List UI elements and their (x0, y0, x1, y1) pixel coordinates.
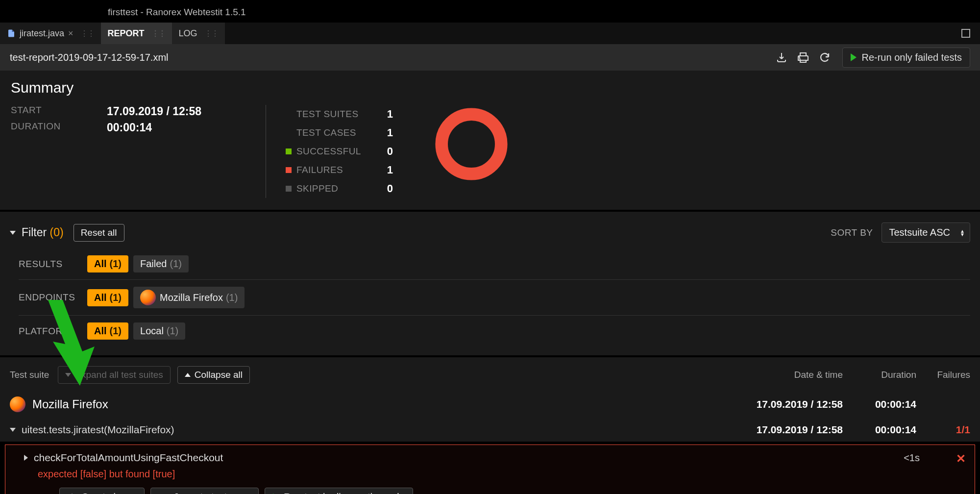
play-icon (851, 53, 857, 61)
tab-report-label: REPORT (108, 28, 145, 39)
stat-skip-label: SKIPPED (296, 183, 380, 194)
tab-log-label: LOG (179, 28, 197, 39)
file-icon (7, 29, 16, 38)
chip-platform-all[interactable]: All(1) (87, 322, 128, 340)
col-duration: Duration (843, 370, 916, 380)
sort-value: Testsuite ASC (889, 227, 950, 238)
stat-fail-label: FAILURES (296, 165, 380, 175)
sort-select[interactable]: Testsuite ASC ▲▼ (882, 222, 970, 243)
test-name: uitest.tests.jiratest(MozillaFirefox) (22, 424, 174, 436)
chip-results-failed[interactable]: Failed(1) (133, 255, 189, 272)
duration-label: DURATION (11, 121, 107, 134)
dot-green-icon (286, 148, 292, 154)
suite-duration: 00:00:14 (843, 398, 916, 410)
close-icon[interactable]: ✕ (956, 452, 966, 466)
firefox-icon (140, 290, 156, 305)
chevron-down-icon[interactable] (10, 428, 16, 432)
start-label: START (11, 105, 107, 118)
drag-handle-icon[interactable]: ⋮⋮ (201, 29, 218, 38)
report-toolbar: test-report-2019-09-17-12-59-17.xml Re-r… (0, 44, 980, 71)
test-suite-label: Test suite (10, 370, 49, 380)
chevron-down-icon[interactable] (10, 231, 16, 235)
case-duration: <1s (904, 452, 920, 464)
suite-name: Mozilla Firefox (32, 397, 108, 411)
chevron-right-icon[interactable] (24, 455, 28, 461)
stat-success-value: 0 (380, 145, 393, 158)
refresh-icon[interactable] (819, 51, 831, 63)
test-duration: 00:00:14 (843, 424, 916, 436)
dot-grey-icon (286, 186, 292, 192)
filter-platform-label: PLATFORM (19, 326, 87, 337)
stat-cases-label: TEST CASES (296, 127, 380, 138)
col-failures: Failures (916, 370, 970, 380)
test-row[interactable]: uitest.tests.jiratest(MozillaFirefox) 17… (0, 418, 980, 442)
tab-log[interactable]: LOG ⋮⋮ (172, 23, 225, 44)
chevron-down-icon (65, 373, 71, 377)
sort-arrows-icon: ▲▼ (960, 229, 965, 236)
download-icon[interactable] (776, 51, 787, 63)
failure-detail: checkForTotalAmountUsingFastCheckout <1s… (5, 445, 975, 494)
stat-suites-label: TEST SUITES (296, 109, 380, 120)
col-datetime: Date & time (725, 370, 843, 380)
test-datetime: 17.09.2019 / 12:58 (725, 424, 843, 436)
tab-file-label: jiratest.java (20, 28, 64, 39)
sort-by-label: SORT BY (831, 227, 873, 238)
tab-report[interactable]: REPORT ⋮⋮ (101, 23, 172, 44)
suite-datetime: 17.09.2019 / 12:58 (725, 398, 843, 410)
chip-endpoints-all[interactable]: All(1) (87, 289, 128, 306)
reset-all-button[interactable]: Reset all (74, 224, 124, 242)
rerun-failed-button[interactable]: Re-run only failed tests (842, 48, 970, 68)
chip-results-all[interactable]: All(1) (87, 255, 128, 272)
drag-handle-icon[interactable]: ⋮⋮ (77, 29, 94, 38)
start-value: 17.09.2019 / 12:58 (107, 105, 201, 118)
maximize-icon[interactable] (961, 29, 970, 38)
failure-message: expected [false] but found [true] (38, 469, 964, 480)
summary-panel: Summary START17.09.2019 / 12:58 DURATION… (0, 71, 980, 210)
test-failures: 1/1 (916, 424, 970, 436)
summary-heading: Summary (11, 79, 969, 96)
suite-row[interactable]: Mozilla Firefox 17.09.2019 / 12:58 00:00… (0, 391, 980, 418)
jump-to-test-button[interactable]: Jump to test case (150, 488, 259, 494)
tabs-bar: jiratest.java × ⋮⋮ REPORT ⋮⋮ LOG ⋮⋮ (0, 23, 980, 44)
filter-endpoints-label: ENDPOINTS (19, 292, 87, 303)
create-issue-button[interactable]: Create issue (59, 488, 145, 494)
sub-arrow-icon (38, 493, 53, 494)
stat-skip-value: 0 (380, 182, 393, 195)
run-diagnostic-button[interactable]: Run test in diagnostic mode (265, 488, 413, 494)
rerun-label: Re-run only failed tests (861, 52, 962, 63)
drag-handle-icon[interactable]: ⋮⋮ (148, 29, 165, 38)
duration-value: 00:00:14 (107, 121, 152, 134)
filter-results-label: RESULTS (19, 259, 87, 270)
firefox-icon (10, 396, 25, 412)
stat-suites-value: 1 (380, 108, 393, 121)
results-donut-chart (432, 105, 511, 183)
print-icon[interactable] (797, 51, 809, 63)
filter-count: (0) (50, 226, 64, 239)
svg-point-0 (441, 114, 501, 174)
filter-title: Filter (22, 226, 47, 239)
dot-red-icon (286, 167, 292, 173)
expand-all-button[interactable]: Expand all test suites (58, 366, 171, 384)
collapse-all-button[interactable]: Collapse all (177, 366, 250, 384)
chip-platform-local[interactable]: Local(1) (133, 322, 185, 340)
chevron-up-icon (185, 373, 191, 377)
close-icon[interactable]: × (68, 28, 74, 39)
suite-header: Test suite Expand all test suites Collap… (0, 357, 980, 391)
case-name: checkForTotalAmountUsingFastCheckout (34, 452, 223, 464)
chip-endpoints-firefox[interactable]: Mozilla Firefox(1) (133, 287, 245, 308)
stat-fail-value: 1 (380, 164, 393, 176)
filter-bar: Filter (0) Reset all SORT BY Testsuite A… (0, 212, 980, 248)
tab-file[interactable]: jiratest.java × ⋮⋮ (0, 23, 101, 44)
window-title: firsttest - Ranorex Webtestit 1.5.1 (0, 0, 980, 23)
stat-success-label: SUCCESSFUL (296, 146, 380, 157)
stat-cases-value: 1 (380, 126, 393, 139)
filter-rows: RESULTS All(1) Failed(1) ENDPOINTS All(1… (0, 248, 980, 355)
report-filename: test-report-2019-09-17-12-59-17.xml (10, 52, 169, 63)
